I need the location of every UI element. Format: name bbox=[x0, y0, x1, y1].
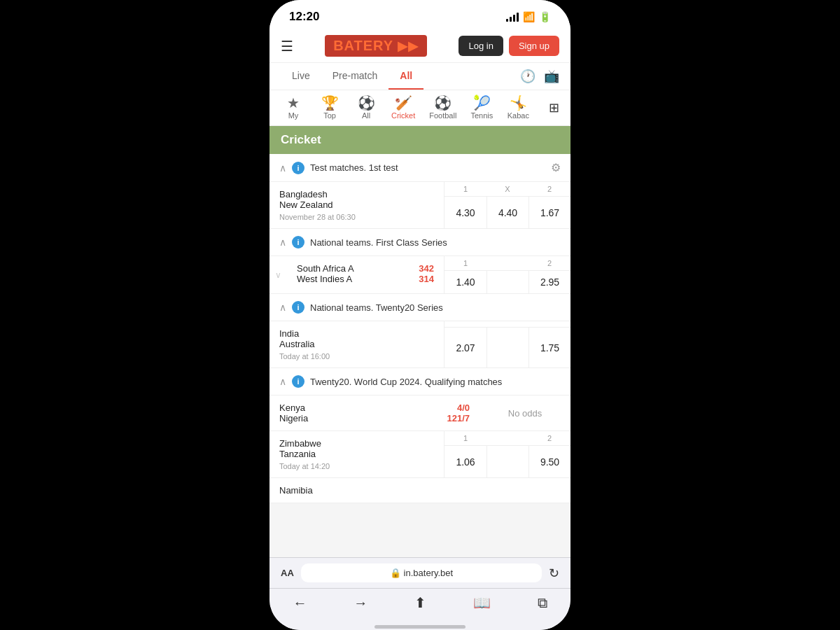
odds-headers-india bbox=[444, 321, 570, 328]
odds-values-southafrica: 1.40 2.95 bbox=[444, 271, 570, 293]
team2-row-westindies: West Indies A 314 bbox=[297, 274, 434, 284]
odds-btn-2-india[interactable]: 1.75 bbox=[528, 328, 570, 368]
section-toggle-firstclass[interactable]: ∧ bbox=[279, 237, 286, 248]
live-tv-icon[interactable]: 📺 bbox=[544, 69, 559, 84]
match-time-zimbabwe: Today at 14:20 bbox=[279, 462, 434, 470]
section-worldcup: ∧ i Twenty20. World Cup 2024. Qualifying… bbox=[270, 368, 570, 503]
sport-all[interactable]: ⚽ All bbox=[348, 93, 384, 122]
sport-kabac[interactable]: 🤸 Kabac bbox=[500, 93, 536, 122]
sport-top[interactable]: 🏆 Top bbox=[312, 93, 348, 122]
sport-my[interactable]: ★ My bbox=[275, 93, 312, 122]
my-icon: ★ bbox=[287, 96, 300, 110]
search-button[interactable]: ⊞ bbox=[543, 97, 565, 118]
team1-bangladesh: Bangladesh bbox=[279, 189, 434, 200]
team2-score-westindies: 314 bbox=[419, 274, 434, 284]
tab-live[interactable]: Live bbox=[281, 63, 321, 90]
odds-header-x: X bbox=[486, 182, 528, 196]
football-icon: ⚽ bbox=[434, 96, 451, 110]
match-row-southafrica[interactable]: ∨ South Africa A 342 West Indies A 314 1 bbox=[270, 256, 570, 294]
team1-row-kenya: Kenya 4/0 bbox=[279, 402, 470, 413]
match-info-namibia: Namibia bbox=[270, 478, 570, 503]
clock-icon[interactable]: 🕐 bbox=[520, 69, 536, 84]
tab-all[interactable]: All bbox=[388, 63, 424, 90]
odds-btn-x-bangladesh[interactable]: 4.40 bbox=[486, 197, 528, 228]
match-row-kenya[interactable]: Kenya 4/0 Nigeria 121/7 No odds bbox=[270, 396, 570, 431]
team1-score-kenya: 4/0 bbox=[457, 402, 470, 413]
odds-btn-x-india bbox=[486, 328, 528, 368]
odds-headers-zimbabwe: 1 2 bbox=[444, 431, 570, 446]
nav-tabs: Live Pre-match All 🕐 📺 bbox=[270, 63, 570, 90]
odds-header-2-zim: 2 bbox=[528, 431, 570, 445]
wifi-icon: 📶 bbox=[523, 11, 535, 22]
section-toggle-t20series[interactable]: ∧ bbox=[279, 302, 286, 313]
match-row-zimbabwe[interactable]: Zimbabwe Tanzania Today at 14:20 1 2 1.0… bbox=[270, 431, 570, 478]
odds-btn-1-zim[interactable]: 1.06 bbox=[444, 446, 486, 477]
status-icons: 📶 🔋 bbox=[506, 11, 551, 22]
hamburger-menu[interactable]: ☰ bbox=[281, 38, 293, 55]
info-icon-firstclass: i bbox=[292, 236, 304, 248]
category-header: Cricket bbox=[270, 126, 570, 154]
sport-football[interactable]: ⚽ Football bbox=[422, 93, 463, 122]
team1-score-southafrica: 342 bbox=[419, 263, 434, 274]
team2-westindies: West Indies A bbox=[297, 274, 352, 284]
info-icon-worldcup: i bbox=[292, 375, 304, 388]
odds-header-2-sa: 2 bbox=[528, 256, 570, 270]
section-national-firstclass: ∧ i National teams. First Class Series ∨… bbox=[270, 229, 570, 294]
odds-btn-x-zim bbox=[486, 446, 528, 477]
lock-icon: 🔒 bbox=[390, 568, 401, 578]
odds-header-x-india bbox=[486, 321, 528, 327]
section-header-firstclass: ∧ i National teams. First Class Series bbox=[270, 229, 570, 256]
odds-header-x-sa bbox=[486, 256, 528, 270]
forward-button[interactable]: → bbox=[354, 595, 368, 611]
bookmarks-button[interactable]: 📖 bbox=[473, 594, 491, 611]
odds-container-india: 2.07 1.75 bbox=[444, 321, 570, 368]
match-info-kenya: Kenya 4/0 Nigeria 121/7 bbox=[270, 396, 479, 430]
odds-values-bangladesh: 4.30 4.40 1.67 bbox=[444, 197, 570, 228]
bottom-nav: ← → ⬆ 📖 ⧉ bbox=[270, 588, 570, 622]
tabs-button[interactable]: ⧉ bbox=[538, 595, 547, 611]
login-button[interactable]: Log in bbox=[458, 36, 503, 56]
browser-url[interactable]: 🔒 in.batery.bet bbox=[301, 564, 542, 582]
back-button[interactable]: ← bbox=[293, 595, 307, 611]
section-filter-test[interactable]: ⚙ bbox=[551, 161, 561, 174]
battery-icon: 🔋 bbox=[539, 11, 551, 22]
match-info-zimbabwe: Zimbabwe Tanzania Today at 14:20 bbox=[270, 431, 444, 477]
odds-header-x-zim bbox=[486, 431, 528, 445]
match-row-namibia[interactable]: Namibia bbox=[270, 478, 570, 503]
reload-button[interactable]: ↻ bbox=[549, 566, 559, 581]
team2-row-nigeria: Nigeria 121/7 bbox=[279, 413, 470, 424]
match-info-southafrica: South Africa A 342 West Indies A 314 bbox=[287, 256, 444, 293]
odds-btn-2-zim[interactable]: 9.50 bbox=[528, 446, 570, 477]
tab-prematch[interactable]: Pre-match bbox=[321, 63, 389, 90]
odds-header-1: 1 bbox=[444, 182, 486, 196]
nav-icons: 🕐 📺 bbox=[520, 63, 559, 90]
odds-btn-1-bangladesh[interactable]: 4.30 bbox=[444, 197, 486, 228]
odds-btn-1-india[interactable]: 2.07 bbox=[444, 328, 486, 368]
odds-header-2: 2 bbox=[528, 182, 570, 196]
match-info-bangladesh: Bangladesh New Zealand November 28 at 06… bbox=[270, 182, 444, 228]
team1-southafrica: South Africa A bbox=[297, 263, 354, 274]
share-button[interactable]: ⬆ bbox=[414, 594, 426, 611]
team2-score-nigeria: 121/7 bbox=[447, 413, 470, 424]
all-icon: ⚽ bbox=[358, 96, 375, 110]
odds-btn-2-sa[interactable]: 2.95 bbox=[528, 271, 570, 293]
sport-tennis[interactable]: 🎾 Tennis bbox=[463, 93, 500, 122]
odds-btn-1-sa[interactable]: 1.40 bbox=[444, 271, 486, 293]
sport-cricket[interactable]: 🏏 Cricket bbox=[384, 93, 422, 122]
section-toggle-worldcup[interactable]: ∧ bbox=[279, 376, 286, 387]
section-toggle-test[interactable]: ∧ bbox=[279, 162, 286, 174]
section-header-t20series: ∧ i National teams. Twenty20 Series bbox=[270, 294, 570, 321]
team2-australia: Australia bbox=[279, 339, 434, 349]
section-t20-series: ∧ i National teams. Twenty20 Series Indi… bbox=[270, 294, 570, 368]
match-row-india[interactable]: India Australia Today at 16:00 2.07 1.75 bbox=[270, 321, 570, 368]
signup-button[interactable]: Sign up bbox=[509, 36, 559, 56]
match-row-bangladesh[interactable]: Bangladesh New Zealand November 28 at 06… bbox=[270, 182, 570, 229]
odds-btn-2-bangladesh[interactable]: 1.67 bbox=[528, 197, 570, 228]
browser-aa[interactable]: AA bbox=[281, 568, 294, 578]
header: ☰ BATERY ▶▶ Log in Sign up bbox=[270, 29, 570, 63]
section-header-worldcup: ∧ i Twenty20. World Cup 2024. Qualifying… bbox=[270, 368, 570, 396]
tennis-icon: 🎾 bbox=[473, 96, 491, 110]
odds-values-zimbabwe: 1.06 9.50 bbox=[444, 446, 570, 477]
signal-icon bbox=[506, 12, 519, 22]
kabac-icon: 🤸 bbox=[510, 96, 527, 110]
